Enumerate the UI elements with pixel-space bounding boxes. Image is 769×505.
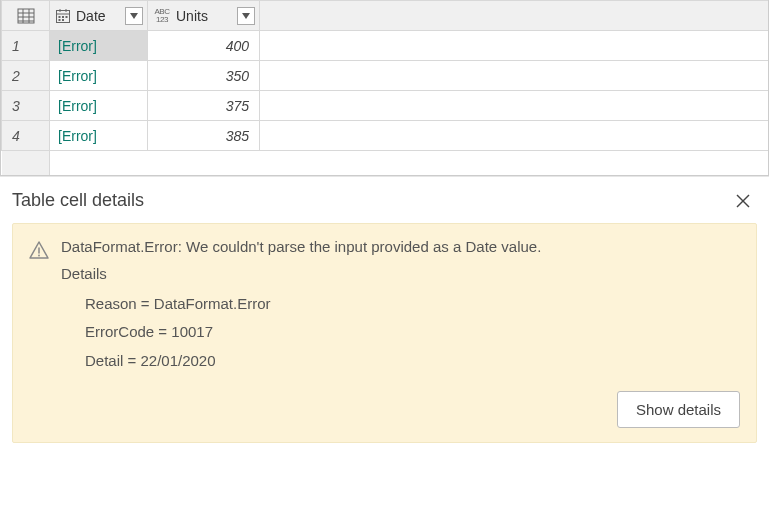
cell-date-error[interactable]: [Error] <box>50 121 148 151</box>
grid-empty-header <box>260 1 769 31</box>
grid-corner[interactable] <box>2 1 50 31</box>
column-filter-button[interactable] <box>125 7 143 25</box>
error-code: ErrorCode = 10017 <box>85 318 740 347</box>
svg-rect-13 <box>59 19 61 21</box>
data-grid-container: Date ABC123 Units <box>0 0 769 176</box>
svg-rect-12 <box>66 16 68 18</box>
svg-rect-14 <box>62 19 64 21</box>
cell-empty <box>260 121 769 151</box>
table-row[interactable]: 2 [Error] 350 <box>2 61 769 91</box>
row-number[interactable]: 1 <box>2 31 50 61</box>
cell-details-panel: Table cell details DataFormat.Error: We … <box>0 176 769 462</box>
cell-units[interactable]: 385 <box>148 121 260 151</box>
cell-empty <box>260 31 769 61</box>
svg-rect-10 <box>59 16 61 18</box>
close-icon <box>736 194 750 208</box>
cell-units[interactable]: 350 <box>148 61 260 91</box>
any-type-icon: ABC123 <box>152 6 172 26</box>
row-number[interactable]: 3 <box>2 91 50 121</box>
table-row[interactable]: 4 [Error] 385 <box>2 121 769 151</box>
table-row[interactable]: 1 [Error] 400 <box>2 31 769 61</box>
close-button[interactable] <box>729 187 757 215</box>
row-number[interactable]: 4 <box>2 121 50 151</box>
warning-icon <box>29 240 49 260</box>
cell-empty <box>260 91 769 121</box>
cell-date-error[interactable]: [Error] <box>50 91 148 121</box>
calendar-icon <box>54 7 72 25</box>
error-message: DataFormat.Error: We couldn't parse the … <box>61 238 740 255</box>
row-number[interactable]: 2 <box>2 61 50 91</box>
column-header-units[interactable]: ABC123 Units <box>148 1 260 31</box>
cell-date-error[interactable]: [Error] <box>50 31 148 61</box>
table-icon <box>2 1 49 30</box>
cell-units[interactable]: 400 <box>148 31 260 61</box>
cell-units[interactable]: 375 <box>148 91 260 121</box>
cell-empty <box>260 61 769 91</box>
grid-blank-row <box>2 151 769 175</box>
error-reason: Reason = DataFormat.Error <box>85 290 740 319</box>
column-filter-button[interactable] <box>237 7 255 25</box>
cell-date-error[interactable]: [Error] <box>50 61 148 91</box>
error-details-label: Details <box>61 265 740 282</box>
svg-marker-15 <box>130 13 138 19</box>
table-row[interactable]: 3 [Error] 375 <box>2 91 769 121</box>
svg-marker-16 <box>242 13 250 19</box>
column-label: Units <box>176 8 233 24</box>
data-grid: Date ABC123 Units <box>1 0 768 175</box>
svg-rect-11 <box>62 16 64 18</box>
svg-point-21 <box>38 254 40 256</box>
details-title: Table cell details <box>12 190 144 211</box>
show-details-button[interactable]: Show details <box>617 391 740 428</box>
column-header-date[interactable]: Date <box>50 1 148 31</box>
error-detail: Detail = 22/01/2020 <box>85 347 740 376</box>
error-box: DataFormat.Error: We couldn't parse the … <box>12 223 757 444</box>
column-label: Date <box>76 8 121 24</box>
